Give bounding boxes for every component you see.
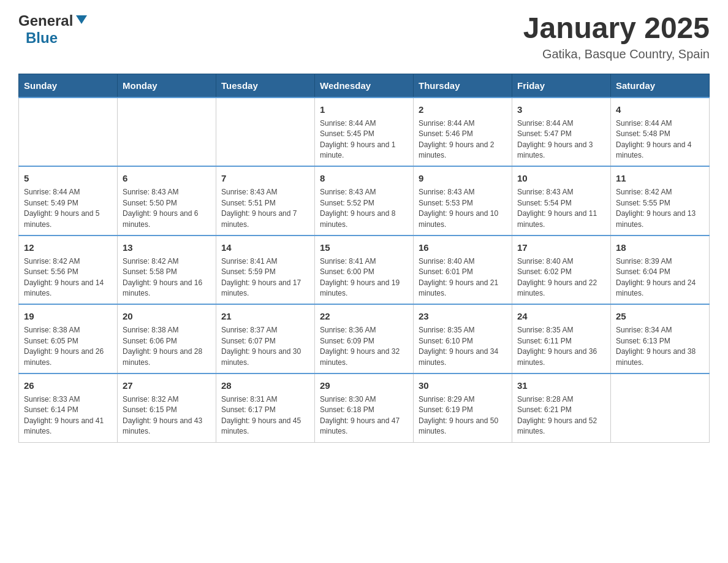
day-info: Sunrise: 8:35 AM Sunset: 6:10 PM Dayligh…	[419, 325, 507, 368]
day-number: 19	[24, 310, 112, 323]
calendar-cell: 25Sunrise: 8:34 AM Sunset: 6:13 PM Dayli…	[611, 304, 710, 373]
day-info: Sunrise: 8:38 AM Sunset: 6:06 PM Dayligh…	[123, 325, 211, 368]
calendar-cell	[19, 98, 118, 167]
day-info: Sunrise: 8:42 AM Sunset: 5:58 PM Dayligh…	[123, 256, 211, 299]
day-info: Sunrise: 8:34 AM Sunset: 6:13 PM Dayligh…	[616, 325, 704, 368]
calendar-cell: 8Sunrise: 8:43 AM Sunset: 5:52 PM Daylig…	[315, 166, 414, 236]
day-number: 4	[616, 103, 704, 116]
calendar-week-row: 19Sunrise: 8:38 AM Sunset: 6:05 PM Dayli…	[19, 304, 710, 373]
day-info: Sunrise: 8:28 AM Sunset: 6:21 PM Dayligh…	[517, 394, 605, 437]
calendar-table: SundayMondayTuesdayWednesdayThursdayFrid…	[18, 74, 710, 443]
calendar-day-header: Thursday	[414, 74, 512, 98]
calendar-cell: 27Sunrise: 8:32 AM Sunset: 6:15 PM Dayli…	[118, 373, 216, 442]
day-info: Sunrise: 8:31 AM Sunset: 6:17 PM Dayligh…	[221, 394, 309, 437]
calendar-cell	[216, 98, 315, 167]
day-number: 30	[419, 379, 507, 392]
day-info: Sunrise: 8:44 AM Sunset: 5:46 PM Dayligh…	[419, 118, 507, 161]
day-info: Sunrise: 8:43 AM Sunset: 5:53 PM Dayligh…	[419, 187, 507, 230]
calendar-day-header: Tuesday	[216, 74, 315, 98]
calendar-day-header: Wednesday	[315, 74, 414, 98]
calendar-cell: 17Sunrise: 8:40 AM Sunset: 6:02 PM Dayli…	[512, 236, 611, 305]
calendar-cell	[118, 98, 216, 167]
logo-general-text: General	[18, 12, 73, 29]
day-number: 11	[616, 172, 704, 185]
calendar-cell: 14Sunrise: 8:41 AM Sunset: 5:59 PM Dayli…	[216, 236, 315, 305]
day-number: 5	[24, 172, 112, 185]
svg-marker-0	[76, 15, 87, 24]
day-number: 2	[419, 103, 507, 116]
calendar-cell: 3Sunrise: 8:44 AM Sunset: 5:47 PM Daylig…	[512, 98, 611, 167]
calendar-cell: 10Sunrise: 8:43 AM Sunset: 5:54 PM Dayli…	[512, 166, 611, 236]
calendar-cell: 7Sunrise: 8:43 AM Sunset: 5:51 PM Daylig…	[216, 166, 315, 236]
day-number: 22	[320, 310, 408, 323]
day-info: Sunrise: 8:40 AM Sunset: 6:02 PM Dayligh…	[517, 256, 605, 299]
day-number: 7	[221, 172, 309, 185]
day-info: Sunrise: 8:44 AM Sunset: 5:47 PM Dayligh…	[517, 118, 605, 161]
calendar-cell: 4Sunrise: 8:44 AM Sunset: 5:48 PM Daylig…	[611, 98, 710, 167]
day-number: 9	[419, 172, 507, 185]
day-number: 20	[123, 310, 211, 323]
day-number: 24	[517, 310, 605, 323]
day-info: Sunrise: 8:32 AM Sunset: 6:15 PM Dayligh…	[123, 394, 211, 437]
logo-blue-text: Blue	[26, 29, 58, 47]
calendar-week-row: 1Sunrise: 8:44 AM Sunset: 5:45 PM Daylig…	[19, 98, 710, 167]
day-number: 26	[24, 379, 112, 392]
day-number: 18	[616, 241, 704, 254]
calendar-week-row: 5Sunrise: 8:44 AM Sunset: 5:49 PM Daylig…	[19, 166, 710, 236]
day-number: 13	[123, 241, 211, 254]
day-info: Sunrise: 8:41 AM Sunset: 5:59 PM Dayligh…	[221, 256, 309, 299]
day-number: 25	[616, 310, 704, 323]
day-number: 10	[517, 172, 605, 185]
calendar-cell: 12Sunrise: 8:42 AM Sunset: 5:56 PM Dayli…	[19, 236, 118, 305]
day-number: 15	[320, 241, 408, 254]
day-info: Sunrise: 8:40 AM Sunset: 6:01 PM Dayligh…	[419, 256, 507, 299]
calendar-cell: 26Sunrise: 8:33 AM Sunset: 6:14 PM Dayli…	[19, 373, 118, 442]
calendar-cell: 2Sunrise: 8:44 AM Sunset: 5:46 PM Daylig…	[414, 98, 512, 167]
day-info: Sunrise: 8:43 AM Sunset: 5:51 PM Dayligh…	[221, 187, 309, 230]
day-info: Sunrise: 8:38 AM Sunset: 6:05 PM Dayligh…	[24, 325, 112, 368]
calendar-day-header: Friday	[512, 74, 611, 98]
title-section: January 2025 Gatika, Basque Country, Spa…	[523, 12, 710, 61]
calendar-cell: 11Sunrise: 8:42 AM Sunset: 5:55 PM Dayli…	[611, 166, 710, 236]
day-number: 21	[221, 310, 309, 323]
day-number: 16	[419, 241, 507, 254]
day-number: 27	[123, 379, 211, 392]
day-info: Sunrise: 8:33 AM Sunset: 6:14 PM Dayligh…	[24, 394, 112, 437]
calendar-cell: 15Sunrise: 8:41 AM Sunset: 6:00 PM Dayli…	[315, 236, 414, 305]
day-info: Sunrise: 8:42 AM Sunset: 5:55 PM Dayligh…	[616, 187, 704, 230]
calendar-cell: 29Sunrise: 8:30 AM Sunset: 6:18 PM Dayli…	[315, 373, 414, 442]
calendar-cell: 21Sunrise: 8:37 AM Sunset: 6:07 PM Dayli…	[216, 304, 315, 373]
day-info: Sunrise: 8:43 AM Sunset: 5:52 PM Dayligh…	[320, 187, 408, 230]
calendar-cell	[611, 373, 710, 442]
day-info: Sunrise: 8:44 AM Sunset: 5:48 PM Dayligh…	[616, 118, 704, 161]
day-number: 12	[24, 241, 112, 254]
day-number: 23	[419, 310, 507, 323]
calendar-cell: 30Sunrise: 8:29 AM Sunset: 6:19 PM Dayli…	[414, 373, 512, 442]
calendar-day-header: Monday	[118, 74, 216, 98]
day-info: Sunrise: 8:44 AM Sunset: 5:45 PM Dayligh…	[320, 118, 408, 161]
calendar-cell: 28Sunrise: 8:31 AM Sunset: 6:17 PM Dayli…	[216, 373, 315, 442]
day-number: 6	[123, 172, 211, 185]
day-info: Sunrise: 8:39 AM Sunset: 6:04 PM Dayligh…	[616, 256, 704, 299]
calendar-header-row: SundayMondayTuesdayWednesdayThursdayFrid…	[19, 74, 710, 98]
day-info: Sunrise: 8:43 AM Sunset: 5:54 PM Dayligh…	[517, 187, 605, 230]
day-info: Sunrise: 8:43 AM Sunset: 5:50 PM Dayligh…	[123, 187, 211, 230]
day-info: Sunrise: 8:44 AM Sunset: 5:49 PM Dayligh…	[24, 187, 112, 230]
day-info: Sunrise: 8:29 AM Sunset: 6:19 PM Dayligh…	[419, 394, 507, 437]
month-title: January 2025	[523, 12, 710, 45]
logo-arrow-icon	[75, 13, 88, 29]
calendar-cell: 19Sunrise: 8:38 AM Sunset: 6:05 PM Dayli…	[19, 304, 118, 373]
day-number: 31	[517, 379, 605, 392]
calendar-cell: 24Sunrise: 8:35 AM Sunset: 6:11 PM Dayli…	[512, 304, 611, 373]
calendar-cell: 9Sunrise: 8:43 AM Sunset: 5:53 PM Daylig…	[414, 166, 512, 236]
day-number: 14	[221, 241, 309, 254]
calendar-cell: 22Sunrise: 8:36 AM Sunset: 6:09 PM Dayli…	[315, 304, 414, 373]
day-info: Sunrise: 8:41 AM Sunset: 6:00 PM Dayligh…	[320, 256, 408, 299]
calendar-cell: 23Sunrise: 8:35 AM Sunset: 6:10 PM Dayli…	[414, 304, 512, 373]
page-header: General Blue January 2025 Gatika, Basque…	[18, 12, 710, 61]
day-info: Sunrise: 8:36 AM Sunset: 6:09 PM Dayligh…	[320, 325, 408, 368]
calendar-week-row: 12Sunrise: 8:42 AM Sunset: 5:56 PM Dayli…	[19, 236, 710, 305]
calendar-cell: 6Sunrise: 8:43 AM Sunset: 5:50 PM Daylig…	[118, 166, 216, 236]
logo: General Blue	[18, 12, 88, 47]
day-info: Sunrise: 8:37 AM Sunset: 6:07 PM Dayligh…	[221, 325, 309, 368]
